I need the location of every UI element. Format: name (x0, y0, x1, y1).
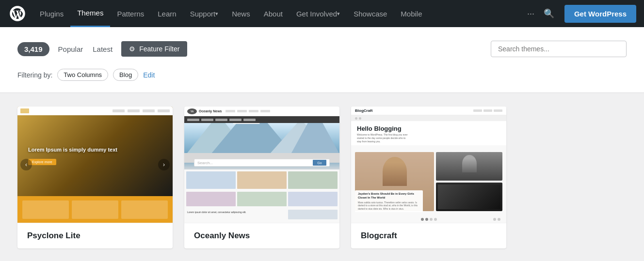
themes-toolbar-panel: 3,419 Popular Latest ⚙ Feature Filter Fi… (0, 27, 644, 93)
get-wordpress-button[interactable]: Get WordPress (564, 5, 636, 23)
wordpress-logo[interactable] (8, 4, 27, 23)
theme-info-blogcraft: Blogcraft (351, 223, 506, 248)
theme-preview-oceanly: YA Oceanly News (184, 107, 339, 223)
theme-card-oceanly: YA Oceanly News (184, 107, 339, 248)
nav-about[interactable]: About (257, 0, 290, 27)
theme-count-badge: 3,419 (17, 42, 49, 56)
popular-tab[interactable]: Popular (57, 42, 84, 56)
theme-info-oceanly: Oceanly News (184, 223, 339, 248)
nav-more-button[interactable]: ··· (522, 0, 539, 27)
theme-name-psyclone: Psyclone Lite (27, 231, 80, 240)
feature-filter-button[interactable]: ⚙ Feature Filter (121, 41, 187, 57)
blogcraft-title: Hello Blogging (357, 125, 500, 132)
psyclone-hero-text: Lorem Ipsum is simply dummy text (23, 146, 117, 154)
main-nav: Plugins Themes Patterns Learn Support Ne… (0, 0, 644, 27)
nav-themes[interactable]: Themes (70, 0, 110, 27)
nav-items: Plugins Themes Patterns Learn Support Ne… (33, 0, 522, 27)
filter-tag-two-columns: Two Columns (57, 69, 108, 81)
feature-filter-label: Feature Filter (139, 45, 179, 53)
filter-bar: Filtering by: Two Columns Blog Edit (17, 69, 627, 81)
theme-name-oceanly: Oceanly News (194, 231, 250, 240)
toolbar: 3,419 Popular Latest ⚙ Feature Filter (17, 41, 627, 57)
themes-grid: Lorem Ipsum is simply dummy text Explore… (0, 93, 644, 261)
filter-label: Filtering by: (17, 71, 52, 79)
theme-info-psyclone: Psyclone Lite (17, 223, 173, 248)
theme-card-psyclone: Lorem Ipsum is simply dummy text Explore… (17, 107, 173, 248)
filter-edit-link[interactable]: Edit (143, 71, 155, 79)
nav-support[interactable]: Support (183, 0, 225, 27)
latest-tab[interactable]: Latest (92, 42, 113, 56)
nav-plugins[interactable]: Plugins (33, 0, 70, 27)
theme-preview-psyclone: Lorem Ipsum is simply dummy text Explore… (17, 107, 173, 223)
nav-get-involved[interactable]: Get Involved (290, 0, 347, 27)
theme-preview-blogcraft: BlogCraft Hello Blogging Welcome to Word… (351, 107, 506, 223)
nav-showcase[interactable]: Showcase (347, 0, 394, 27)
nav-news[interactable]: News (225, 0, 257, 27)
prev-theme-arrow[interactable]: ‹ (20, 159, 32, 170)
filter-tag-blog: Blog (113, 69, 138, 81)
theme-card-blogcraft: BlogCraft Hello Blogging Welcome to Word… (351, 107, 506, 248)
nav-mobile[interactable]: Mobile (394, 0, 429, 27)
search-icon[interactable]: 🔍 (539, 0, 559, 27)
theme-name-blogcraft: Blogcraft (361, 231, 397, 240)
next-theme-arrow[interactable]: › (158, 159, 170, 170)
gear-icon: ⚙ (129, 45, 135, 53)
nav-learn[interactable]: Learn (151, 0, 183, 27)
theme-search-input[interactable] (491, 41, 627, 57)
nav-patterns[interactable]: Patterns (110, 0, 151, 27)
